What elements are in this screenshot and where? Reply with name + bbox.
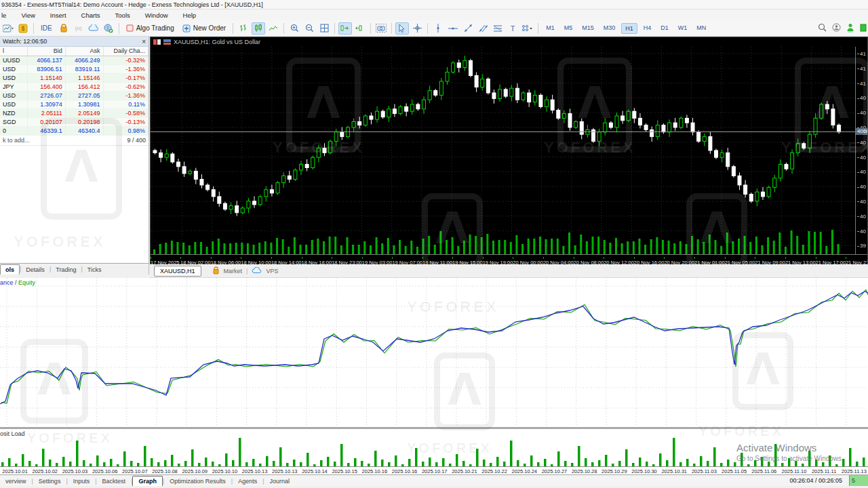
market-watch-row[interactable]: USD1.151401.15146-0.17% bbox=[0, 73, 149, 82]
vps-tab[interactable]: VPS bbox=[266, 268, 278, 274]
chart-tab-xauusd-h1[interactable]: XAUUSD,H1 bbox=[154, 266, 201, 277]
screenshot-camera-icon[interactable] bbox=[374, 22, 388, 35]
click-to-add[interactable]: k to add... bbox=[3, 137, 30, 144]
timeframe-h4[interactable]: H4 bbox=[640, 23, 655, 34]
market-tab[interactable]: Market bbox=[224, 268, 243, 274]
symbol-cell[interactable]: USD bbox=[0, 100, 28, 108]
menu-item-tools[interactable]: Tools bbox=[108, 10, 138, 20]
time-axis[interactable]: 17 Nov 202518 Nov 02:0018 Nov 06:0018 No… bbox=[151, 254, 867, 264]
cursor-icon[interactable] bbox=[395, 22, 409, 35]
symbol-cell[interactable]: USD bbox=[0, 91, 28, 100]
menu-item-charts[interactable]: Charts bbox=[74, 10, 108, 20]
horizontal-line-tool-icon[interactable] bbox=[446, 22, 460, 35]
market-lock-icon[interactable] bbox=[57, 22, 71, 35]
zoom-in-icon[interactable] bbox=[288, 22, 301, 35]
algo-trading-button[interactable]: Algo Trading bbox=[123, 22, 178, 35]
community-globe-icon[interactable] bbox=[102, 22, 115, 35]
menu-item-help[interactable]: Help bbox=[176, 10, 204, 20]
market-watch-row[interactable]: JPY156.400156.412-0.62% bbox=[0, 82, 149, 91]
menu-item-view[interactable]: View bbox=[14, 10, 42, 20]
market-watch-row[interactable]: 046339.146340.40.98% bbox=[0, 126, 149, 135]
symbol-cell[interactable]: SGD bbox=[0, 117, 28, 126]
tester-tab-graph[interactable]: Graph bbox=[132, 476, 163, 486]
market-watch-row[interactable]: SGD0.201070.20198-0.13% bbox=[0, 117, 149, 126]
symbol-cell[interactable]: USD bbox=[0, 64, 28, 73]
shapes-tool-icon[interactable] bbox=[521, 22, 534, 35]
tile-windows-icon[interactable] bbox=[317, 22, 331, 35]
title-bar[interactable]: 936354 - Exness-MT5Trial14: Demo Account… bbox=[0, 0, 868, 9]
vertical-line-tool-icon[interactable] bbox=[431, 22, 445, 35]
symbol-cell[interactable]: 0 bbox=[0, 126, 28, 135]
mql5-community-icon[interactable]: LVL bbox=[846, 23, 854, 34]
column-header[interactable]: Ask bbox=[65, 47, 103, 56]
search-icon[interactable] bbox=[818, 23, 827, 33]
menu-item-window[interactable]: Window bbox=[138, 10, 176, 20]
fibonacci-tool-icon[interactable] bbox=[491, 22, 505, 35]
one-click-trading-icon[interactable] bbox=[153, 39, 161, 45]
profile-dollar-icon[interactable]: $ bbox=[16, 22, 30, 35]
market-watch-row[interactable]: USD2726.072727.05-1.36% bbox=[0, 91, 149, 100]
timeframe-h1[interactable]: H1 bbox=[621, 23, 637, 34]
column-header[interactable]: Daily Cha... bbox=[103, 47, 148, 56]
zoom-out-icon[interactable] bbox=[302, 22, 316, 35]
market-watch-row[interactable]: USD83906.5183919.11-1.36% bbox=[0, 64, 149, 73]
crosshair-icon[interactable] bbox=[410, 22, 424, 35]
bar-chart-mode-icon[interactable] bbox=[237, 22, 250, 35]
trendline-tool-icon[interactable] bbox=[461, 22, 475, 35]
connection-status-icon[interactable] bbox=[860, 23, 867, 33]
tester-tab-inputs[interactable]: Inputs bbox=[68, 476, 96, 486]
timeframe-d1[interactable]: D1 bbox=[657, 23, 672, 34]
market-watch-header[interactable]: Watch: 12:06:50 × bbox=[0, 37, 149, 47]
menu-item-le[interactable]: le bbox=[0, 10, 14, 20]
market-watch-tab-ols[interactable]: ols bbox=[0, 264, 20, 274]
timeframe-m30[interactable]: M30 bbox=[600, 23, 619, 34]
text-tool-icon[interactable]: T bbox=[506, 22, 519, 35]
tester-tab-journal[interactable]: Journal bbox=[264, 476, 296, 486]
balance-equity-chart[interactable] bbox=[0, 278, 868, 427]
time-axis-label: 19 Nov 15:00 bbox=[452, 255, 483, 264]
market-watch-columns[interactable]: lBidAskDaily Cha... bbox=[0, 47, 149, 56]
close-icon[interactable]: × bbox=[142, 38, 146, 45]
tester-tab-agents[interactable]: Agents bbox=[233, 476, 262, 486]
column-header[interactable]: Bid bbox=[28, 47, 66, 56]
panel-splitter[interactable] bbox=[0, 427, 868, 429]
depth-of-market-icon[interactable] bbox=[163, 39, 171, 45]
tester-tab-backtest[interactable]: Backtest bbox=[97, 476, 132, 486]
symbol-cell[interactable]: JPY bbox=[0, 82, 28, 91]
column-header[interactable]: l bbox=[0, 47, 28, 56]
ide-button[interactable]: IDE bbox=[37, 22, 56, 35]
vps-cloud-icon[interactable] bbox=[87, 22, 100, 35]
timeframe-w1[interactable]: W1 bbox=[675, 23, 691, 34]
market-watch-row[interactable]: USD1.309741.309810.11% bbox=[0, 100, 149, 108]
market-watch-tab-ticks[interactable]: Ticks bbox=[83, 265, 106, 274]
daily-change-cell: -0.13% bbox=[103, 117, 148, 126]
candlestick-mode-icon[interactable] bbox=[252, 22, 265, 35]
symbol-cell[interactable]: NZD bbox=[0, 108, 28, 117]
tester-tab-optimization-results[interactable]: Optimization Results bbox=[164, 476, 231, 486]
symbol-cell[interactable]: USD bbox=[0, 73, 28, 82]
price-axis[interactable]: 41414140404040404040404040394066.24 bbox=[855, 47, 867, 254]
line-chart-mode-icon[interactable] bbox=[267, 22, 280, 35]
market-watch-tab-trading[interactable]: Trading bbox=[51, 265, 81, 274]
signal-icon[interactable]: (o) bbox=[72, 22, 85, 35]
market-watch-row[interactable]: NZD2.051112.05149-0.58% bbox=[0, 108, 149, 117]
channel-tool-icon[interactable] bbox=[476, 22, 490, 35]
tester-tab-settings[interactable]: Settings bbox=[33, 476, 66, 486]
candlestick-chart[interactable] bbox=[151, 47, 855, 254]
timeframe-mn[interactable]: MN bbox=[693, 23, 709, 34]
symbol-cell[interactable]: UUSD bbox=[0, 56, 28, 64]
timeframe-m15[interactable]: M15 bbox=[578, 23, 597, 34]
menu-bar: leViewInsertChartsToolsWindowHelp bbox=[0, 9, 868, 20]
menu-item-insert[interactable]: Insert bbox=[43, 10, 74, 20]
auto-scroll-icon[interactable] bbox=[338, 22, 352, 35]
timeframe-m5[interactable]: M5 bbox=[561, 23, 576, 34]
tester-tab-verview[interactable]: verview bbox=[0, 476, 32, 486]
timeframe-m1[interactable]: M1 bbox=[542, 23, 558, 34]
new-chart-icon[interactable] bbox=[1, 22, 15, 35]
ask-cell: 1.15146 bbox=[65, 73, 103, 82]
market-watch-row[interactable]: UUSD4066.1374066.249-0.32% bbox=[0, 56, 149, 64]
new-order-button[interactable]: New Order bbox=[179, 22, 229, 35]
help-profile-icon[interactable] bbox=[832, 23, 841, 33]
market-watch-tab-details[interactable]: Details bbox=[21, 265, 50, 274]
chart-shift-icon[interactable] bbox=[353, 22, 367, 35]
